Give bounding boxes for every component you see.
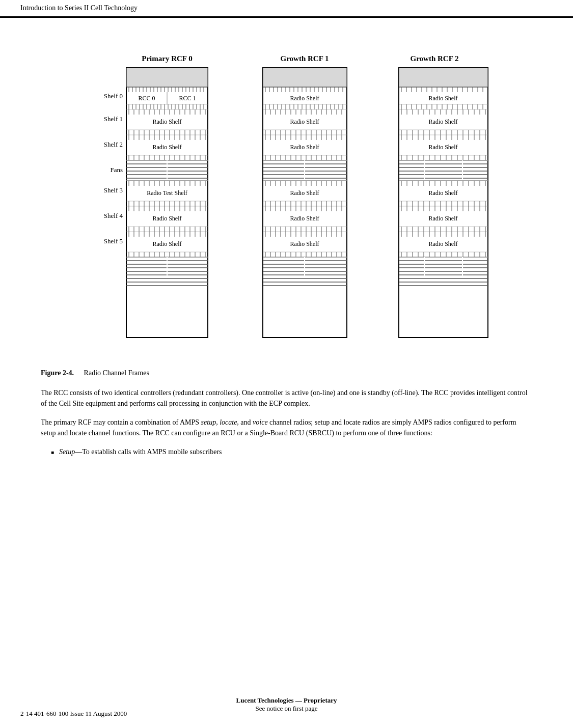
p-connectors-2t [129,135,205,140]
shelf-label-4: Shelf 4 [103,212,123,219]
rcf-diagram: Primary RCF 0 Growth RCF 1 Growth RCF 2 [78,38,496,354]
g2-shelf1-label: Radio Shelf [428,118,457,125]
g1-shelf5-label: Radio Shelf [290,240,319,247]
p-rcc1-label: RCC 1 [179,95,196,102]
g2-c-5t [401,232,485,237]
g2-c-1b [401,130,485,135]
shelf-label-1: Shelf 1 [103,115,122,123]
italic-setup-bullet: Setup [59,448,75,456]
p-rcc0-label: RCC 0 [138,95,155,102]
g1-shelf1-label: Radio Shelf [290,118,319,125]
g2-c-0t [401,87,483,92]
g1-shelf4-label: Radio Shelf [290,215,319,222]
p-shelf2-label: Radio Shelf [152,144,181,151]
g1-c-2b [265,155,342,160]
paragraph-2: The primary RCF may contain a combinatio… [41,417,532,438]
g2-c-0b [401,104,483,109]
g1-c-1t [265,109,342,115]
shelf-label-3: Shelf 3 [103,186,122,194]
p-shelf4-label: Radio Shelf [152,215,181,222]
g2-shelf0-label: Radio Shelf [428,95,457,102]
primary-frame-border [126,68,208,338]
g1-c-3b [265,201,342,206]
p-connectors-5t [129,232,205,237]
p-shelf3-label: Radio Test Shelf [147,189,187,197]
col-header-growth1: Growth RCF 1 [280,54,329,63]
g1-c-3t [265,181,342,186]
g1-c-5t [265,232,342,237]
p-connectors-3b [129,201,205,206]
p-connectors-0b [129,104,204,109]
g2-c-2b [401,155,485,160]
g2-shelf4-label: Radio Shelf [428,215,457,222]
growth2-frame-border [399,68,488,338]
p-connectors-2b [129,155,205,160]
primary-top-blank [126,68,208,87]
g2-shelf2-label: Radio Shelf [428,144,457,151]
paragraph-1: The RCC consists of two identical contro… [41,387,532,409]
bullet-item: ■ Setup—To establish calls with AMPS mob… [51,446,553,457]
g1-shelf3-label: Radio Shelf [290,189,319,197]
g1-c-4t [265,206,342,211]
figure-caption: Figure 2-4. Radio Channel Frames [41,369,553,377]
g1-shelf2-label: Radio Shelf [290,144,319,151]
g1-c-2t [265,135,342,140]
p-connectors-1b [129,130,205,135]
g2-c-5b [401,252,485,257]
g2-c-3t [401,181,485,186]
p-connectors-0 [129,87,204,92]
p-shelf1-label: Radio Shelf [152,118,181,125]
growth2-top-blank [399,68,488,87]
italic-setup: setup [201,418,216,426]
g1-c-5b [265,252,342,257]
g2-shelf3-label: Radio Shelf [428,189,457,197]
g2-c-4b [401,227,485,232]
bullet-icon: ■ [51,449,54,456]
g2-c-1t [401,109,485,115]
italic-voice: voice [253,418,268,426]
p-connectors-1t [129,109,205,115]
col-header-growth2: Growth RCF 2 [410,54,458,63]
g1-c-4b [265,227,342,232]
shelf-label-2: Shelf 2 [103,141,122,148]
growth1-top-blank [263,68,347,87]
footer-brand: Lucent Technologies — Proprietary [0,696,573,705]
bullet-text: Setup—To establish calls with AMPS mobil… [59,446,222,457]
g2-c-2t [401,135,485,140]
g1-shelf0-label: Radio Shelf [290,95,319,102]
p-connectors-4b [129,227,205,232]
col-header-primary: Primary RCF 0 [142,54,192,63]
shelf-label-5: Shelf 5 [103,237,122,245]
g2-shelf5-label: Radio Shelf [428,240,457,247]
shelf-label-fans: Fans [110,166,123,174]
diagram-container: Primary RCF 0 Growth RCF 1 Growth RCF 2 [20,38,553,354]
g2-c-4t [401,206,485,211]
italic-locate: locate [220,418,237,426]
g1-connectors-0t [265,87,343,92]
p-connectors-5b [129,252,205,257]
g1-c-1b [265,130,342,135]
page-header: Introduction to Series II Cell Technolog… [0,0,573,18]
p-connectors-4t [129,206,205,211]
paragraph-1-text: The RCC consists of two identical contro… [41,389,528,407]
g2-c-3b [401,201,485,206]
shelf-label-0: Shelf 0 [103,92,122,100]
figure-title: Radio Channel Frames [84,369,149,377]
figure-label: Figure 2-4. [41,369,74,377]
p-shelf5-label: Radio Shelf [152,240,181,247]
p-connectors-3t [129,181,205,186]
g1-connectors-0b [265,104,343,109]
header-title: Introduction to Series II Cell Technolog… [20,4,138,12]
page-number: 2-14 401-660-100 Issue 11 August 2000 [20,710,127,718]
page-content: Primary RCF 0 Growth RCF 1 Growth RCF 2 [0,18,573,482]
